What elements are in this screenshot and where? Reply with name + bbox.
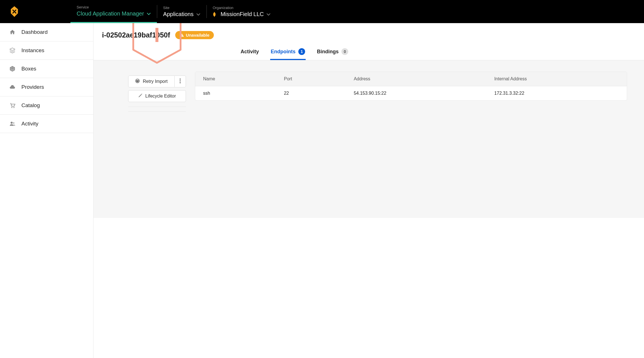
sidebar-item-label: Catalog	[21, 102, 40, 109]
cell-internal-address: 172.31.3.32:22	[486, 86, 627, 101]
kebab-icon	[179, 78, 181, 85]
logo-icon	[8, 6, 20, 17]
tab-label: Activity	[241, 49, 259, 55]
chevron-down-icon	[196, 13, 200, 16]
sidebar-item-label: Instances	[21, 47, 44, 54]
sidebar-item-label: Activity	[21, 121, 38, 127]
table-row[interactable]: ssh 22 54.153.90.15:22 172.31.3.32:22	[195, 86, 627, 101]
endpoints-table: Name Port Address Internal Address ssh 2…	[195, 72, 627, 101]
lifecycle-editor-button[interactable]: Lifecycle Editor	[128, 90, 186, 102]
svg-point-10	[179, 82, 181, 83]
action-buttons: C Retry Import	[128, 76, 186, 116]
col-port: Port	[276, 72, 346, 86]
sidebar-item-instances[interactable]: Instances	[0, 41, 93, 60]
org-flame-icon	[213, 12, 216, 17]
retry-icon: C	[135, 78, 140, 85]
svg-point-1	[14, 107, 15, 108]
site-value: Applications	[163, 11, 194, 17]
cell-address: 54.153.90.15:22	[346, 86, 487, 101]
button-label: Retry Import	[143, 79, 168, 84]
topbar: Service Cloud Application Manager Site A…	[0, 0, 644, 23]
service-label: Service	[77, 5, 151, 9]
hex-letter: I	[154, 23, 160, 47]
sidebar-item-dashboard[interactable]: Dashboard	[0, 23, 93, 41]
endpoints-count-badge: 1	[298, 48, 305, 55]
cell-name: ssh	[195, 86, 276, 101]
service-value: Cloud Application Manager	[77, 10, 144, 17]
pencil-icon	[138, 93, 143, 99]
cube-icon	[9, 65, 16, 72]
service-selector[interactable]: Service Cloud Application Manager	[70, 0, 157, 23]
cart-icon	[9, 102, 16, 109]
chevron-down-icon	[147, 12, 151, 15]
retry-import-menu-button[interactable]	[175, 76, 186, 87]
sidebar-item-providers[interactable]: Providers	[0, 78, 93, 96]
divider	[128, 111, 186, 112]
organization-selector[interactable]: Organization MissionField LLC	[206, 0, 277, 23]
stack-icon	[9, 47, 16, 54]
main-content: i-02502ae19baf1050f Unavailable Activity…	[94, 23, 644, 358]
sidebar-item-boxes[interactable]: Boxes	[0, 60, 93, 78]
user-icon	[9, 120, 16, 127]
organization-label: Organization	[213, 6, 270, 10]
svg-text:C: C	[137, 80, 138, 82]
tab-label: Endpoints	[271, 49, 296, 55]
instance-hex-icon: I	[126, 23, 188, 66]
col-name: Name	[195, 72, 276, 86]
tab-label: Bindings	[317, 49, 339, 55]
sidebar-item-label: Boxes	[21, 66, 36, 72]
tab-endpoints[interactable]: Endpoints 1	[270, 44, 306, 60]
sidebar-item-catalog[interactable]: Catalog	[0, 96, 93, 115]
col-internal-address: Internal Address	[486, 72, 627, 86]
sidebar-item-label: Dashboard	[21, 29, 48, 35]
chevron-down-icon	[267, 13, 270, 16]
tab-body: I C Retry Import	[94, 60, 644, 218]
home-icon	[9, 29, 16, 36]
sidebar-item-activity[interactable]: Activity	[0, 115, 93, 133]
tab-activity[interactable]: Activity	[240, 44, 259, 60]
cloud-icon	[9, 84, 16, 90]
retry-import-button[interactable]: C Retry Import	[128, 76, 175, 87]
sidebar-item-label: Providers	[21, 84, 44, 90]
table-header-row: Name Port Address Internal Address	[195, 72, 627, 86]
svg-point-8	[179, 79, 181, 80]
sidebar: Dashboard Instances Boxes Providers Cata…	[0, 23, 94, 358]
col-address: Address	[346, 72, 487, 86]
svg-point-9	[179, 80, 181, 81]
svg-point-2	[11, 122, 13, 124]
tab-bindings[interactable]: Bindings 0	[316, 44, 349, 60]
bindings-count-badge: 0	[341, 48, 348, 55]
site-label: Site	[163, 6, 200, 10]
button-label: Lifecycle Editor	[145, 94, 176, 99]
svg-point-3	[13, 122, 15, 124]
app-logo[interactable]	[8, 0, 70, 23]
organization-value: MissionField LLC	[221, 11, 264, 17]
cell-port: 22	[276, 86, 346, 101]
site-selector[interactable]: Site Applications	[157, 0, 206, 23]
divider	[128, 107, 186, 107]
svg-point-0	[11, 107, 12, 108]
